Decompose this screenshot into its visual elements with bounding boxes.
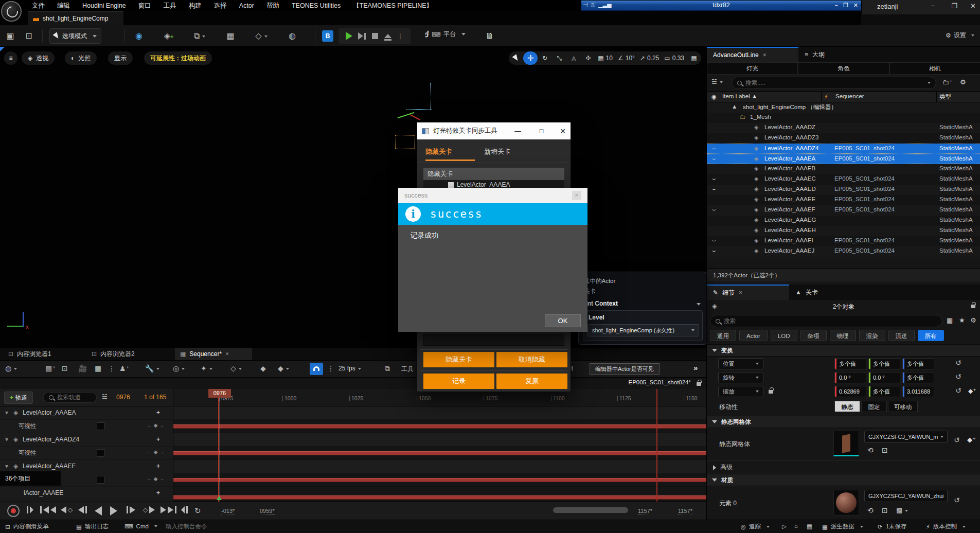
show-button[interactable]: 显示: [108, 51, 133, 65]
expander-icon[interactable]: ▾: [5, 409, 8, 416]
tools-dropdown-icon[interactable]: 🔧: [145, 364, 159, 372]
outliner-search-input[interactable]: 搜索.....: [732, 77, 936, 89]
coord-system-button[interactable]: ◬: [566, 51, 581, 65]
menu-item[interactable]: 构建: [183, 0, 208, 12]
material-section-header[interactable]: 材质: [707, 474, 980, 486]
visibility-keyframe-bar[interactable]: [173, 424, 706, 429]
perspective-button[interactable]: ◈透视: [22, 51, 55, 65]
close-icon[interactable]: ×: [739, 289, 742, 296]
cmd-dropdown[interactable]: ⌨Cmd: [124, 523, 157, 530]
viewport-menu-icon[interactable]: ≡: [4, 51, 17, 65]
visibility-keyframe-bar[interactable]: [173, 495, 706, 500]
timeline-lane[interactable]: [173, 487, 706, 500]
range-start-value[interactable]: -013*: [221, 508, 235, 514]
playhead-line[interactable]: [218, 389, 219, 502]
menu-item[interactable]: 【TEAMONES PIPELINE】: [347, 0, 439, 12]
overlay-close-button[interactable]: ✕: [853, 2, 858, 9]
end-marker-line[interactable]: [656, 389, 657, 502]
sequencer-track-row[interactable]: ▾◈LevelActor_AAADZ4+: [0, 433, 173, 447]
curve-editor-icon[interactable]: ⧉: [385, 364, 390, 373]
unhide-levels-button[interactable]: 取消隐藏: [496, 352, 567, 367]
menu-item[interactable]: Actor: [233, 1, 260, 11]
step-back-button[interactable]: [78, 506, 87, 513]
add-actor-dropdown[interactable]: ◈+: [163, 30, 175, 42]
expander-icon[interactable]: ▾: [5, 436, 8, 443]
render-movie-icon[interactable]: ▦: [95, 364, 101, 372]
reset-icon[interactable]: ↺: [955, 372, 961, 381]
axis-value-x[interactable]: 多个值: [834, 358, 866, 369]
add-section-icon[interactable]: +: [156, 436, 160, 443]
menu-item[interactable]: 选择: [208, 0, 233, 12]
menu-item[interactable]: 帮助: [260, 0, 286, 12]
mesh-thumbnail[interactable]: [833, 431, 859, 456]
notify-icon-2[interactable]: ⌂: [794, 523, 798, 529]
rotate-tool[interactable]: ↻: [538, 51, 552, 65]
sync-dialog-titlebar[interactable]: 灯光特效关卡同步工具 — □ ✕: [417, 122, 571, 139]
table-row[interactable]: ◈LevelActor_AAAEEEP005_SC01_shot024Stati…: [707, 195, 980, 205]
eye-closed-icon[interactable]: ⌣: [712, 237, 716, 244]
snap-options-icon[interactable]: ⋮: [327, 364, 334, 372]
menu-item[interactable]: Houdini Engine: [76, 1, 132, 11]
notify-icon-1[interactable]: ▷: [782, 523, 787, 530]
transform-axis-dropdown[interactable]: 位置: [718, 358, 763, 369]
grid-snap-button[interactable]: ▦ 10: [595, 51, 615, 65]
auto-key-dropdown-icon[interactable]: ◇: [230, 364, 242, 372]
tab-outline[interactable]: ≡大纲: [798, 47, 855, 62]
close-icon[interactable]: ✕: [572, 191, 581, 200]
visibility-track-row[interactable]: 可视性← ◆ →: [0, 420, 173, 433]
secondary-minimize-button[interactable]: −: [931, 2, 935, 10]
filter-chip-物理[interactable]: 物理: [830, 330, 856, 341]
scalability-warning[interactable]: 可延展性：过场动画: [144, 51, 212, 65]
sequencer-tab-3[interactable]: ▦Sequencer*×: [175, 348, 252, 360]
expander-icon[interactable]: ▾: [5, 463, 8, 470]
eye-closed-icon[interactable]: ⌣: [712, 175, 716, 182]
visibility-checkbox[interactable]: [97, 449, 104, 457]
track-search-input[interactable]: 搜索轨道: [43, 392, 97, 403]
level-dropdown[interactable]: shot_light_EngineComp (永久性): [587, 324, 699, 336]
popup-context-header[interactable]: ent Context: [584, 300, 618, 307]
table-row[interactable]: ◈LevelActor_AAAEHStaticMeshA: [707, 226, 980, 236]
key-nav[interactable]: ← ◆ →: [147, 449, 164, 455]
close-icon[interactable]: ×: [225, 350, 229, 358]
shot-label[interactable]: EP005_SC01_shot024*: [629, 379, 691, 385]
reset-icon[interactable]: ↺: [955, 359, 961, 367]
current-frame[interactable]: 0976: [116, 394, 130, 401]
outliner-settings-icon[interactable]: ⚙: [960, 78, 966, 86]
success-titlebar[interactable]: success ✕: [398, 188, 587, 203]
launch-dropdown[interactable]: ◍: [286, 30, 298, 42]
move-tool[interactable]: ✛: [523, 51, 538, 65]
step-forward-button[interactable]: [127, 506, 135, 513]
frame-skip-button[interactable]: [358, 32, 366, 40]
output-log-button[interactable]: ▤输出日志: [76, 523, 109, 530]
advanced-section-header[interactable]: 高级: [707, 460, 980, 474]
checkbox[interactable]: [448, 182, 454, 188]
column-type[interactable]: 类型: [939, 93, 951, 101]
table-row[interactable]: ⌣◈LevelActor_AAADZ4EP005_SC01_shot024Sta…: [707, 144, 980, 154]
play-reverse-button[interactable]: [95, 506, 102, 516]
quad-view-button[interactable]: ▦: [687, 51, 701, 65]
visibility-keyframe-bar[interactable]: [173, 478, 706, 482]
eye-closed-icon[interactable]: ⌣: [712, 206, 716, 213]
stop-button[interactable]: [372, 33, 378, 39]
axis-value-y[interactable]: 多个值: [868, 358, 900, 369]
timeline-lane[interactable]: [173, 473, 706, 487]
menu-item[interactable]: 窗口: [132, 0, 157, 12]
secondary-window-titlebar[interactable]: zetianji − ❐ ✕: [861, 0, 980, 14]
reset-icon[interactable]: ↺: [954, 496, 960, 504]
table-row[interactable]: ◈LevelActor_AAADZStaticMeshA: [707, 123, 980, 133]
transform-section-header[interactable]: 变换: [707, 344, 980, 357]
mesh-section-header[interactable]: 静态网格体: [707, 416, 980, 428]
track-filter-icon[interactable]: ☱: [102, 393, 108, 400]
sequencer-column-icon[interactable]: ⚡: [824, 93, 828, 100]
table-row[interactable]: ⌣◈LevelActor_AAAEFEP005_SC01_shot024Stat…: [707, 205, 980, 216]
key-settings-icon[interactable]: ◆: [278, 364, 289, 372]
favorites-icon[interactable]: ★: [959, 316, 965, 324]
end-marker-value-2[interactable]: 1157*: [678, 508, 692, 514]
console-input[interactable]: 输入控制台命令: [166, 523, 207, 530]
details-search-input[interactable]: 搜索: [710, 315, 942, 327]
scale-snap-button[interactable]: ↗ 0.25: [637, 51, 662, 65]
add-section-icon[interactable]: +: [156, 489, 160, 496]
surface-snap-button[interactable]: ✣: [581, 51, 595, 65]
column-sequencer[interactable]: Sequencer: [835, 93, 864, 99]
record-button[interactable]: 记录: [423, 374, 494, 389]
